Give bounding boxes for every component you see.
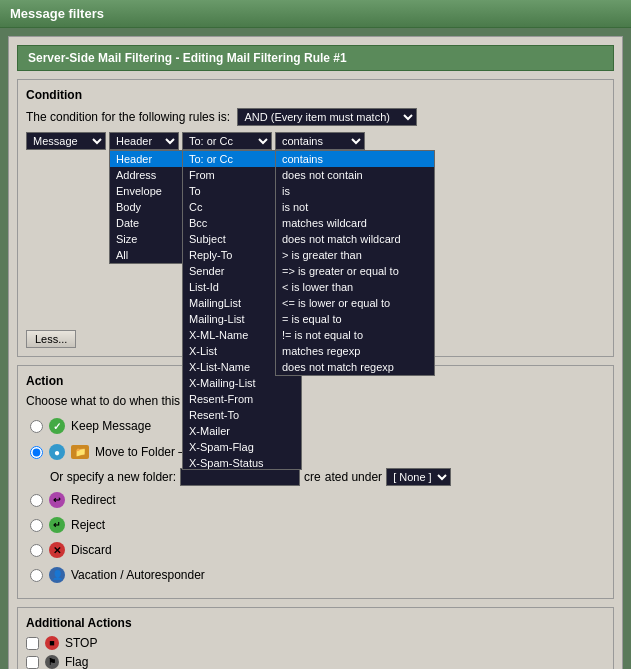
contains-option-matcheswildcard[interactable]: matches wildcard	[276, 215, 434, 231]
vacation-radio[interactable]	[30, 569, 43, 582]
less-button[interactable]: Less...	[26, 330, 76, 348]
stop-checkbox[interactable]	[26, 637, 39, 650]
move-icon: ●	[49, 444, 65, 460]
move-to-folder-radio[interactable]	[30, 446, 43, 459]
additional-section-title: Additional Actions	[26, 616, 605, 630]
contains-select[interactable]: contains	[275, 132, 365, 150]
discard-radio[interactable]	[30, 544, 43, 557]
contains-option-is[interactable]: is	[276, 183, 434, 199]
vacation-icon: 👤	[49, 567, 65, 583]
contains-option-isnot[interactable]: is not	[276, 199, 434, 215]
condition-section-title: Condition	[26, 88, 605, 102]
tocc-option-resentfrom[interactable]: Resent-From	[183, 391, 301, 407]
flag-icon: ⚑	[45, 655, 59, 669]
discard-label: Discard	[71, 543, 112, 557]
stop-label: STOP	[65, 636, 97, 650]
redirect-label: Redirect	[71, 493, 116, 507]
contains-option-doesnotmatchwildcard[interactable]: does not match wildcard	[276, 231, 434, 247]
contains-dropdown-container: contains contains does not contain is is…	[275, 132, 365, 150]
contains-option-contains[interactable]: contains	[276, 151, 434, 167]
contains-open-dropdown: contains does not contain is is not matc…	[275, 150, 435, 376]
or-specify-row: Or specify a new folder: created under […	[26, 468, 605, 486]
contains-option-lowerthanequal[interactable]: <= is lower or equal to	[276, 295, 434, 311]
title-text: Message filters	[10, 6, 104, 21]
flag-checkbox[interactable]	[26, 656, 39, 669]
stop-row: ■ STOP	[26, 636, 605, 650]
tocc-select[interactable]: To: or Cc	[182, 132, 272, 150]
condition-label: The condition for the following rules is…	[26, 108, 605, 126]
redirect-radio[interactable]	[30, 494, 43, 507]
vacation-row: 👤 Vacation / Autoresponder	[26, 565, 605, 585]
reject-radio[interactable]	[30, 519, 43, 532]
condition-and-select[interactable]: AND (Every item must match)	[237, 108, 417, 126]
server-title: Server-Side Mail Filtering - Editing Mai…	[17, 45, 614, 71]
new-folder-input[interactable]	[180, 468, 300, 486]
redirect-row: ↩ Redirect	[26, 490, 605, 510]
tocc-option-xmailinglist[interactable]: X-Mailing-List	[183, 375, 301, 391]
action-section-title: Action	[26, 374, 605, 388]
header-dropdown-container: Header Header Address Envelope Body Date…	[109, 132, 179, 150]
folder-icon: 📁	[71, 445, 89, 459]
message-dropdown-container: Message	[26, 132, 106, 150]
keep-message-label: Keep Message	[71, 419, 151, 433]
condition-and-dropdown-wrapper: AND (Every item must match)	[237, 110, 417, 124]
reject-row: ↵ Reject	[26, 515, 605, 535]
tocc-option-xspamflag[interactable]: X-Spam-Flag	[183, 439, 301, 455]
contains-option-matchesregexp[interactable]: matches regexp	[276, 343, 434, 359]
vacation-label: Vacation / Autoresponder	[71, 568, 205, 582]
reject-label: Reject	[71, 518, 105, 532]
tocc-dropdown-container: To: or Cc To: or Cc From To Cc Bcc Subje…	[182, 132, 272, 150]
title-bar: Message filters	[0, 0, 631, 28]
tocc-option-resentto[interactable]: Resent-To	[183, 407, 301, 423]
contains-option-greaterthan[interactable]: > is greater than	[276, 247, 434, 263]
tocc-option-xmailer[interactable]: X-Mailer	[183, 423, 301, 439]
reject-icon: ↵	[49, 517, 65, 533]
action-box: Action Choose what to do when this rule …	[17, 365, 614, 599]
contains-option-greaterthanequal[interactable]: => is greater or equal to	[276, 263, 434, 279]
stop-icon: ■	[45, 636, 59, 650]
message-select[interactable]: Message	[26, 132, 106, 150]
contains-option-lowerthan[interactable]: < is lower than	[276, 279, 434, 295]
condition-filter-row: Message Header Header Address Envelope B…	[26, 132, 605, 150]
discard-row: ✕ Discard	[26, 540, 605, 560]
redirect-icon: ↩	[49, 492, 65, 508]
tocc-option-xspamstatus[interactable]: X-Spam-Status	[183, 455, 301, 470]
additional-actions-box: Additional Actions ■ STOP ⚑ Flag 🔧 The r…	[17, 607, 614, 669]
none-select[interactable]: [ None ]	[386, 468, 451, 486]
keep-message-radio[interactable]	[30, 420, 43, 433]
action-label: Choose what to do when this rule trigger…	[26, 394, 605, 408]
contains-option-doesnotmatchregexp[interactable]: does not match regexp	[276, 359, 434, 375]
header-select[interactable]: Header	[109, 132, 179, 150]
flag-row: ⚑ Flag	[26, 655, 605, 669]
contains-option-notequalto[interactable]: != is not equal to	[276, 327, 434, 343]
flag-label: Flag	[65, 655, 88, 669]
keep-message-icon: ✓	[49, 418, 65, 434]
move-to-folder-label: Move to Folder –	[95, 445, 185, 459]
discard-icon: ✕	[49, 542, 65, 558]
contains-option-doesnotcontain[interactable]: does not contain	[276, 167, 434, 183]
move-to-folder-row: ● 📁 Move to Folder – INBOX	[26, 441, 605, 463]
created-under-label: cre	[304, 470, 321, 484]
main-panel: Server-Side Mail Filtering - Editing Mai…	[8, 36, 623, 669]
contains-option-equalto[interactable]: = is equal to	[276, 311, 434, 327]
condition-box: Condition The condition for the followin…	[17, 79, 614, 357]
keep-message-row: ✓ Keep Message	[26, 416, 605, 436]
